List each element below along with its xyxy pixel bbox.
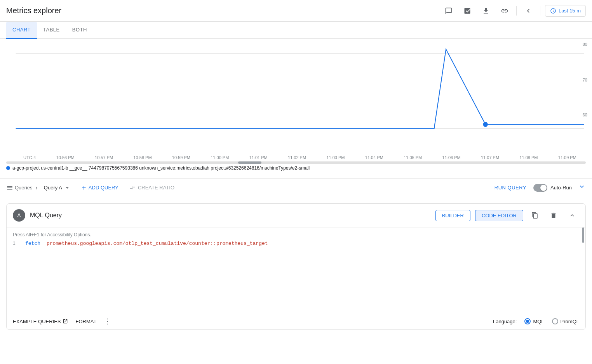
chart-area: 80 70 60 UTC-4 10:56 PM 10:57 PM 10:58 P… xyxy=(0,39,592,179)
auto-run-toggle[interactable]: Auto-Run xyxy=(533,184,572,192)
editor-line-1: 1 fetch prometheus.googleapis.com/otlp_t… xyxy=(13,241,579,246)
line-number: 1 xyxy=(13,241,19,246)
mql-radio-inner xyxy=(526,320,529,323)
chart-svg xyxy=(0,45,592,154)
x-label-1102: 11:02 PM xyxy=(288,155,306,160)
app-header: Metrics explorer Last 15 m xyxy=(0,0,592,22)
mql-query-panel: A MQL Query BUILDER CODE EDITOR Press Al… xyxy=(6,203,586,330)
promql-radio[interactable]: PromQL xyxy=(552,318,579,324)
back-icon[interactable] xyxy=(521,4,535,18)
expand-icon[interactable] xyxy=(578,183,586,192)
x-label-1107: 11:07 PM xyxy=(481,155,499,160)
legend-dot xyxy=(6,166,10,170)
x-label-1103: 11:03 PM xyxy=(326,155,345,160)
query-panel-footer: EXAMPLE QUERIES FORMAT ⋮ Language: MQL P… xyxy=(7,313,585,329)
tab-chart[interactable]: CHART xyxy=(6,22,37,39)
link-icon[interactable] xyxy=(498,4,512,18)
header-divider2 xyxy=(540,6,540,16)
mql-radio[interactable]: MQL xyxy=(524,318,544,324)
y-label-70: 70 xyxy=(583,78,587,82)
time-range-label: Last 15 m xyxy=(559,8,581,14)
add-query-button[interactable]: ADD QUERY xyxy=(77,182,122,193)
collapse-icon[interactable] xyxy=(565,208,579,222)
query-panel-header: A MQL Query BUILDER CODE EDITOR xyxy=(7,204,585,227)
create-ratio-label: CREATE RATIO xyxy=(138,185,174,191)
x-label-1056: 10:56 PM xyxy=(56,155,75,160)
svg-point-3 xyxy=(483,122,488,127)
x-label-1104: 11:04 PM xyxy=(365,155,383,160)
query-bar: Queries › Query A ADD QUERY CREATE RATIO… xyxy=(0,179,592,197)
create-ratio-button[interactable]: CREATE RATIO xyxy=(125,182,178,193)
query-editor[interactable]: Press Alt+F1 for Accessibility Options. … xyxy=(7,227,585,313)
tab-both[interactable]: BOTH xyxy=(66,22,93,39)
x-label-1058: 10:58 PM xyxy=(133,155,151,160)
comment-icon[interactable] xyxy=(442,4,456,18)
query-avatar: A xyxy=(13,209,25,222)
example-queries-button[interactable]: EXAMPLE QUERIES xyxy=(13,319,68,324)
mql-radio-circle xyxy=(524,318,531,324)
toggle-thumb xyxy=(540,185,547,191)
query-name-text: Query A xyxy=(44,185,62,191)
tab-table[interactable]: TABLE xyxy=(37,22,66,39)
header-actions: Last 15 m xyxy=(442,4,586,18)
delete-icon[interactable] xyxy=(547,208,561,222)
legend-text: a-gcp-project us-central1-b __gce__ 7447… xyxy=(12,165,310,171)
builder-button[interactable]: BUILDER xyxy=(435,210,470,221)
header-divider xyxy=(516,6,517,16)
editor-hint: Press Alt+F1 for Accessibility Options. xyxy=(13,232,579,237)
code-url: prometheus.googleapis.com/otlp_test_cumu… xyxy=(47,241,268,246)
editor-scrollbar[interactable] xyxy=(582,227,584,243)
x-label-utc: UTC-4 xyxy=(23,155,36,160)
x-label-1057: 10:57 PM xyxy=(95,155,113,160)
y-label-80: 80 xyxy=(583,42,587,47)
y-label-60: 60 xyxy=(583,113,587,117)
x-label-1100: 11:00 PM xyxy=(211,155,229,160)
app-title: Metrics explorer xyxy=(6,6,61,15)
mql-radio-label: MQL xyxy=(533,319,544,324)
run-query-button[interactable]: RUN QUERY xyxy=(491,182,530,193)
x-label-1101: 11:01 PM xyxy=(249,155,268,160)
code-fetch-keyword: fetch xyxy=(25,241,40,246)
chart-scroll-thumb[interactable] xyxy=(238,161,261,164)
chart-legend: a-gcp-project us-central1-b __gce__ 7447… xyxy=(0,164,592,174)
x-label-1108: 11:08 PM xyxy=(519,155,538,160)
view-tabs-bar: CHART TABLE BOTH xyxy=(0,22,592,39)
time-range-button[interactable]: Last 15 m xyxy=(545,5,586,17)
promql-radio-label: PromQL xyxy=(561,319,579,324)
language-label: Language: xyxy=(493,319,517,324)
code-editor-button[interactable]: CODE EDITOR xyxy=(475,210,523,221)
chart-scrollbar[interactable] xyxy=(6,161,586,164)
promql-radio-circle xyxy=(552,318,558,324)
add-query-label: ADD QUERY xyxy=(89,185,118,191)
add-chart-icon[interactable] xyxy=(460,4,474,18)
query-panel-title: MQL Query xyxy=(30,212,431,219)
x-label-1059: 10:59 PM xyxy=(172,155,190,160)
chevron-right-icon: › xyxy=(36,184,38,191)
queries-menu-button[interactable]: Queries xyxy=(6,184,33,191)
x-label-1105: 11:05 PM xyxy=(404,155,422,160)
download-icon[interactable] xyxy=(479,4,493,18)
copy-icon[interactable] xyxy=(528,208,542,222)
format-button[interactable]: FORMAT xyxy=(76,319,97,324)
x-label-1106: 11:06 PM xyxy=(442,155,461,160)
toggle-track[interactable] xyxy=(533,184,547,192)
auto-run-label: Auto-Run xyxy=(550,185,572,191)
queries-label-text: Queries xyxy=(15,185,33,191)
x-label-1109: 11:09 PM xyxy=(558,155,576,160)
chart-x-axis: UTC-4 10:56 PM 10:57 PM 10:58 PM 10:59 P… xyxy=(0,154,592,161)
more-options-icon[interactable]: ⋮ xyxy=(104,317,111,326)
query-name-dropdown[interactable]: Query A xyxy=(41,183,74,193)
